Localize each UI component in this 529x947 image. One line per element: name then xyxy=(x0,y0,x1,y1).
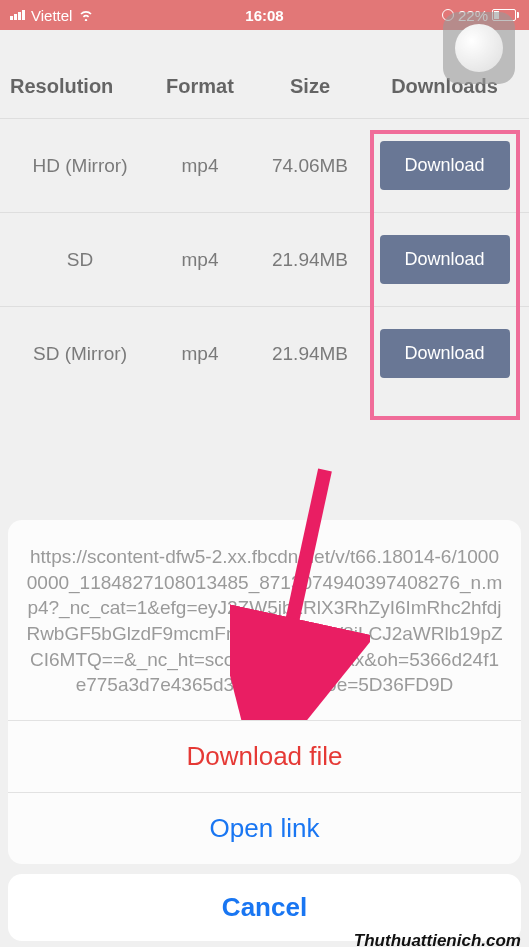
header-resolution: Resolution xyxy=(10,75,150,98)
download-file-button[interactable]: Download file xyxy=(8,721,521,793)
action-sheet: https://scontent-dfw5-2.xx.fbcdn.net/v/t… xyxy=(8,520,521,941)
table-row: HD (Mirror) mp4 74.06MB Download xyxy=(0,118,529,212)
download-button[interactable]: Download xyxy=(380,235,510,284)
watermark: Thuthuattienich.com xyxy=(354,931,521,947)
cell-size: 21.94MB xyxy=(250,343,370,365)
table-row: SD (Mirror) mp4 21.94MB Download xyxy=(0,306,529,400)
cell-format: mp4 xyxy=(150,155,250,177)
assistive-touch-icon xyxy=(455,24,503,72)
clock: 16:08 xyxy=(180,7,350,24)
cell-resolution: HD (Mirror) xyxy=(10,155,150,177)
cell-resolution: SD (Mirror) xyxy=(10,343,150,365)
header-format: Format xyxy=(150,75,250,98)
download-table: Resolution Format Size Downloads HD (Mir… xyxy=(0,30,529,400)
cell-format: mp4 xyxy=(150,249,250,271)
carrier-label: Viettel xyxy=(31,7,72,24)
assistive-touch[interactable] xyxy=(443,12,515,84)
table-row: SD mp4 21.94MB Download xyxy=(0,212,529,306)
header-size: Size xyxy=(250,75,370,98)
download-button[interactable]: Download xyxy=(380,141,510,190)
signal-icon xyxy=(10,10,25,20)
sheet-url-text: https://scontent-dfw5-2.xx.fbcdn.net/v/t… xyxy=(8,520,521,721)
wifi-icon xyxy=(78,7,94,24)
cell-format: mp4 xyxy=(150,343,250,365)
cell-size: 74.06MB xyxy=(250,155,370,177)
cell-resolution: SD xyxy=(10,249,150,271)
download-button[interactable]: Download xyxy=(380,329,510,378)
cell-size: 21.94MB xyxy=(250,249,370,271)
open-link-button[interactable]: Open link xyxy=(8,793,521,864)
